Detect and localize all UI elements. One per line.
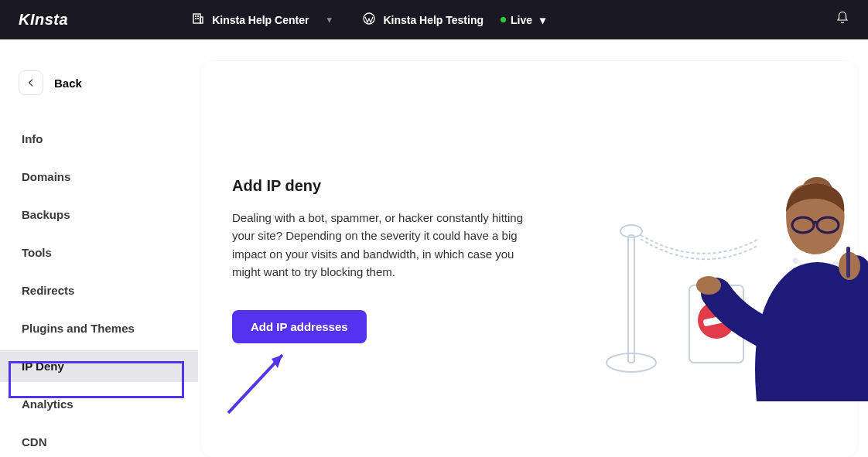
arrow-left-icon bbox=[19, 70, 43, 95]
sidebar-item-analytics[interactable]: Analytics bbox=[0, 388, 198, 420]
back-button[interactable]: Back bbox=[0, 70, 198, 95]
notifications-button[interactable] bbox=[836, 11, 849, 29]
site-selector[interactable]: Kinsta Help Testing bbox=[363, 12, 484, 27]
sidebar-item-cdn[interactable]: CDN bbox=[0, 426, 198, 457]
page-title: Add IP deny bbox=[232, 177, 542, 195]
sidebar-item-tools[interactable]: Tools bbox=[0, 237, 198, 268]
brand-logo: KInsta bbox=[19, 11, 68, 29]
sidebar-item-domains[interactable]: Domains bbox=[0, 161, 198, 193]
status-dot-icon bbox=[501, 17, 506, 22]
svg-rect-5 bbox=[200, 17, 203, 23]
building-icon bbox=[192, 12, 204, 27]
svg-rect-4 bbox=[197, 18, 199, 19]
layout: Back Info Domains Backups Tools Redirect… bbox=[0, 39, 868, 457]
chevron-down-icon: ▾ bbox=[540, 14, 545, 26]
svg-rect-0 bbox=[193, 14, 200, 23]
svg-rect-18 bbox=[846, 247, 850, 278]
illustration bbox=[585, 162, 868, 425]
site-selector-label: Kinsta Help Testing bbox=[383, 14, 484, 26]
company-selector[interactable]: Kinsta Help Center ▾ bbox=[192, 12, 332, 27]
page-description: Dealing with a bot, spammer, or hacker c… bbox=[232, 209, 526, 281]
sidebar: Back Info Domains Backups Tools Redirect… bbox=[0, 39, 198, 457]
content-card: Add IP deny Dealing with a bot, spammer,… bbox=[201, 61, 857, 457]
main: Add IP deny Dealing with a bot, spammer,… bbox=[198, 39, 868, 457]
back-label: Back bbox=[54, 77, 82, 90]
environment-selector[interactable]: Live ▾ bbox=[501, 14, 545, 26]
topbar: KInsta Kinsta Help Center ▾ Kinsta Help … bbox=[0, 0, 868, 39]
svg-rect-1 bbox=[195, 15, 196, 17]
wordpress-icon bbox=[363, 12, 375, 27]
card-content: Add IP deny Dealing with a bot, spammer,… bbox=[232, 177, 542, 426]
svg-rect-8 bbox=[628, 235, 634, 363]
svg-rect-2 bbox=[197, 15, 199, 17]
sidebar-item-info[interactable]: Info bbox=[0, 123, 198, 155]
sidebar-item-plugins-themes[interactable]: Plugins and Themes bbox=[0, 312, 198, 344]
svg-rect-3 bbox=[195, 18, 196, 19]
add-ip-addresses-button[interactable]: Add IP addresses bbox=[232, 310, 367, 343]
sidebar-item-backups[interactable]: Backups bbox=[0, 199, 198, 230]
environment-label: Live bbox=[511, 14, 532, 26]
sidebar-item-redirects[interactable]: Redirects bbox=[0, 275, 198, 306]
company-selector-label: Kinsta Help Center bbox=[212, 14, 309, 26]
svg-point-16 bbox=[696, 276, 721, 295]
chevron-down-icon: ▾ bbox=[327, 15, 332, 25]
sidebar-item-ip-deny[interactable]: IP Deny bbox=[0, 350, 198, 382]
